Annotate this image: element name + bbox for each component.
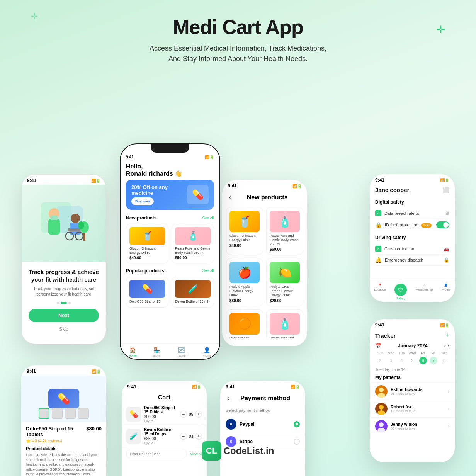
grid-name-6: Pears Pure and Gentle Body Wash 250 ml — [270, 336, 300, 338]
cal-next[interactable]: › — [447, 343, 449, 349]
product-card-bevon[interactable]: ♡ 🧪 Bevon Bottle of 15 ml — [172, 277, 214, 308]
safety-nav-safety[interactable]: 🛡 Safety — [394, 284, 407, 300]
product-card-pears[interactable]: ♡ 🧴 Pears Pure and Gentle Body Wash 250 … — [172, 224, 214, 264]
qty-minus-1[interactable]: − — [180, 411, 187, 418]
cal-day-6[interactable]: 6 — [419, 357, 427, 364]
stripe-radio-inactive[interactable] — [294, 439, 300, 445]
cal-day-7[interactable]: 7 — [430, 357, 437, 364]
heart-icon-2[interactable]: ♡ — [208, 226, 211, 231]
patient-info-1: Esther howards 01 meds to take — [391, 387, 445, 396]
safety-nav-membership[interactable]: ☆ Membership — [416, 284, 433, 300]
grid-card-4[interactable]: ♡ 🍋 Prolyte ORS Lemon Flavour Energy Dri… — [266, 258, 303, 306]
grid-heart-2[interactable]: ♡ — [297, 210, 301, 215]
status-bar-tracker: 9:41 📶🔋 — [370, 319, 455, 329]
id-theft-toggle[interactable] — [436, 221, 449, 228]
thumb-3[interactable] — [65, 408, 76, 419]
heart-icon-4[interactable]: ♡ — [208, 279, 211, 284]
phone-tracker: 9:41 📶🔋 Tracker + 📅 January 2024 ‹ › Sun… — [370, 319, 455, 462]
phone-new-products: 9:41 📶🔋 ‹ New products ♡ 🥤 Glucon-D Inst… — [222, 180, 307, 346]
coupon-input[interactable] — [126, 450, 187, 458]
grid-card-6[interactable]: ♡ 🧴 Pears Pure and Gentle Body Wash 250 … — [266, 309, 303, 338]
cal-prev[interactable]: ‹ — [444, 343, 446, 349]
crash-checkbox[interactable]: ✓ — [375, 246, 381, 252]
product-card-glucon[interactable]: ♡ 🥤 Glucon-D Instant Energy Drink $40.00 — [126, 224, 168, 264]
patient-item-3[interactable]: Jenny wilson 05 meds to take › — [370, 417, 455, 435]
cart-item-2[interactable]: 🧪 Bevon Bottle of 15 ml Drops $85.00 Qty… — [122, 425, 207, 447]
grid-heart-4[interactable]: ♡ — [297, 261, 301, 266]
qty-minus-2[interactable]: − — [180, 433, 187, 440]
grid-price-2: $50.00 — [270, 247, 300, 252]
patient-item-2[interactable]: Robert fox 10 meds to take › — [370, 400, 455, 417]
thumb-1[interactable] — [39, 408, 49, 419]
watermark-text: CodeList.in — [224, 445, 274, 456]
grid-img-1: 🥤 — [230, 211, 260, 232]
back-button-products[interactable]: ‹ — [228, 192, 233, 202]
grid-card-1[interactable]: ♡ 🥤 Glucon-D Instant Energy Drink $40.00 — [226, 207, 263, 255]
cal-days-header: Sun Mon Tue Wed Fri Fri Sat — [375, 351, 449, 355]
data-breach-item: ✓ Data breach alerts 🖥 — [375, 208, 449, 219]
payment-item-paypal[interactable]: P Paypal — [220, 416, 305, 433]
calendar-header: 📅 January 2024 ‹ › — [370, 343, 455, 351]
calendar-icon: 📅 — [375, 343, 381, 349]
heart-icon-3[interactable]: ♡ — [162, 279, 166, 284]
nav-tracker[interactable]: 🔄 Tracker — [176, 347, 187, 348]
page-header: Medi Cart App Access Essential Medical I… — [0, 0, 476, 72]
cal-days: 2 3 4 5 6 7 8 — [375, 357, 449, 364]
grid-heart-6[interactable]: ♡ — [297, 312, 301, 317]
phone-cart: 9:41 📶🔋 Cart 💊 Dolo-650 Strip of 15 Tabl… — [122, 381, 207, 476]
see-all-new[interactable]: See all — [202, 216, 214, 220]
cal-day-5[interactable]: 5 — [408, 357, 416, 364]
safety-nav-profile[interactable]: 👤 Profile — [442, 284, 450, 300]
products-page-title: New products — [233, 194, 302, 201]
grid-heart-5[interactable]: ♡ — [257, 312, 260, 317]
product-name-2: Pears Pure and Gentle Body Wash 250 ml — [175, 246, 211, 255]
grid-card-5[interactable]: ♡ 🟠 ORS Orange Flavour Powder $35.00 — [226, 309, 263, 338]
cal-day-8[interactable]: 8 — [440, 357, 448, 364]
patient-item-1[interactable]: Esther howards 01 meds to take › — [370, 382, 455, 400]
image-thumbnails — [39, 408, 89, 419]
see-all-popular[interactable]: See all — [202, 269, 214, 273]
nav-store[interactable]: 🏪 Store — [153, 347, 160, 348]
detail-product-price: $80.00 — [86, 426, 102, 432]
payment-page-header: ‹ Payment method — [220, 391, 305, 406]
payment-title: Payment method — [231, 395, 300, 402]
qty-plus-1[interactable]: + — [195, 411, 202, 418]
add-tracker-button[interactable]: + — [445, 332, 449, 340]
phones-container: 9:41 📶🔋 — [0, 72, 476, 439]
cal-day-4[interactable]: 4 — [398, 357, 405, 364]
safety-nav-location[interactable]: 📍 Location — [374, 284, 386, 300]
heart-icon-1[interactable]: ♡ — [162, 226, 166, 231]
grid-img-4: 🍋 — [270, 262, 300, 283]
cal-day-3[interactable]: 3 — [387, 357, 395, 364]
grid-heart-3[interactable]: ♡ — [257, 261, 260, 266]
calendar-nav: ‹ › — [444, 343, 449, 349]
thumb-4[interactable] — [78, 408, 89, 419]
nav-profile[interactable]: 👤 Profile — [203, 347, 212, 348]
grid-name-1: Glucon-D Instant Energy Drink — [230, 234, 260, 242]
nav-home[interactable]: 🏠 Home — [129, 347, 137, 348]
view-all-button[interactable]: View all — [190, 452, 202, 456]
product-card-dolo[interactable]: ♡ 💊 Dolo-650 Strip of 15 — [126, 277, 168, 308]
grid-card-3[interactable]: ♡ 🍎 Prolyte Apple Flavour Energy Drink $… — [226, 258, 263, 306]
thumb-2[interactable] — [52, 408, 63, 419]
next-button[interactable]: Next — [29, 309, 99, 322]
cart-item-1[interactable]: 💊 Dolo-650 Strip of 15 Tablets $80.00 Qt… — [122, 403, 207, 425]
data-breach-checkbox[interactable]: ✓ — [375, 210, 381, 216]
product-name-1: Glucon-D Instant Energy Drink — [129, 246, 165, 255]
grid-heart-1[interactable]: ♡ — [257, 210, 260, 215]
products-grid: ♡ 🥤 Glucon-D Instant Energy Drink $40.00… — [222, 207, 307, 338]
qty-plus-2[interactable]: + — [195, 433, 202, 440]
message-icon[interactable]: ⬜ — [443, 187, 449, 193]
cal-day-2[interactable]: 2 — [376, 357, 384, 364]
calendar-grid: Sun Mon Tue Wed Fri Fri Sat 2 3 4 5 6 7 … — [370, 351, 455, 367]
back-button-payment[interactable]: ‹ — [226, 393, 231, 403]
paypal-radio-active[interactable] — [294, 421, 300, 427]
product-rating: ⭐ 4.0 (4.2k reviews) — [26, 439, 102, 443]
grid-name-2: Pears Pure and Gentle Body Wash 250 ml — [270, 234, 300, 246]
skip-button[interactable]: Skip — [29, 326, 99, 332]
buy-now-button[interactable]: Buy now — [131, 197, 154, 205]
progress-dots — [29, 302, 99, 304]
product-image-1: 🥤 — [129, 227, 165, 245]
patient-name-3: Jenny wilson — [391, 422, 445, 427]
grid-card-2[interactable]: ♡ 🧴 Pears Pure and Gentle Body Wash 250 … — [266, 207, 303, 255]
